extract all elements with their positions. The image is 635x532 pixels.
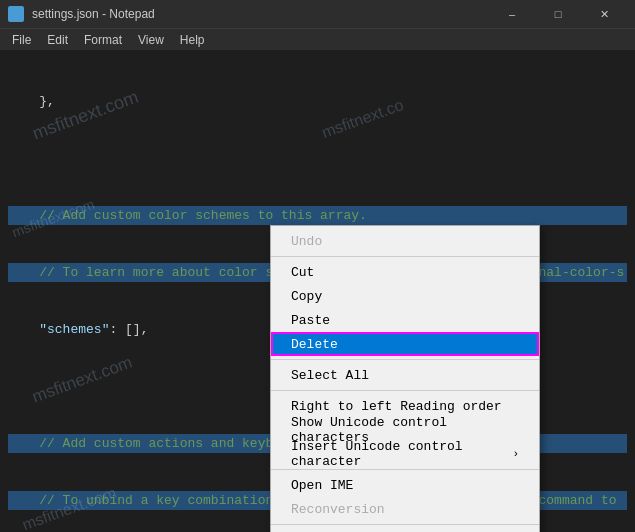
close-button[interactable]: ✕ <box>581 0 627 28</box>
ctx-paste[interactable]: Paste <box>271 308 539 332</box>
minimize-button[interactable]: – <box>489 0 535 28</box>
ctx-sep-4 <box>271 469 539 470</box>
window-controls: – □ ✕ <box>489 0 627 28</box>
ctx-copy[interactable]: Copy <box>271 284 539 308</box>
ctx-delete[interactable]: Delete <box>271 332 539 356</box>
code-line <box>8 149 627 168</box>
menu-edit[interactable]: Edit <box>39 29 76 51</box>
title-bar: settings.json - Notepad – □ ✕ <box>0 0 635 28</box>
ctx-open-ime[interactable]: Open IME <box>271 473 539 497</box>
ctx-sep-1 <box>271 256 539 257</box>
ctx-search-bing[interactable]: Search with Bing... <box>271 528 539 532</box>
ctx-sep-3 <box>271 390 539 391</box>
ctx-reconversion: Reconversion <box>271 497 539 521</box>
app-icon <box>8 6 24 22</box>
ctx-insert-unicode[interactable]: Insert Unicode control character › <box>271 442 539 466</box>
ctx-sep-2 <box>271 359 539 360</box>
menu-format[interactable]: Format <box>76 29 130 51</box>
menu-help[interactable]: Help <box>172 29 213 51</box>
title-bar-text: settings.json - Notepad <box>32 7 155 21</box>
code-line: // Add custom color schemes to this arra… <box>8 206 627 225</box>
ctx-undo[interactable]: Undo <box>271 229 539 253</box>
menu-view[interactable]: View <box>130 29 172 51</box>
code-line: }, <box>8 92 627 111</box>
menu-file[interactable]: File <box>4 29 39 51</box>
menu-bar: File Edit Format View Help <box>0 28 635 50</box>
ctx-cut[interactable]: Cut <box>271 260 539 284</box>
ctx-select-all[interactable]: Select All <box>271 363 539 387</box>
maximize-button[interactable]: □ <box>535 0 581 28</box>
editor[interactable]: }, // Add custom color schemes to this a… <box>0 50 635 532</box>
ctx-sep-5 <box>271 524 539 525</box>
context-menu: Undo Cut Copy Paste Delete Select All Ri… <box>270 225 540 532</box>
